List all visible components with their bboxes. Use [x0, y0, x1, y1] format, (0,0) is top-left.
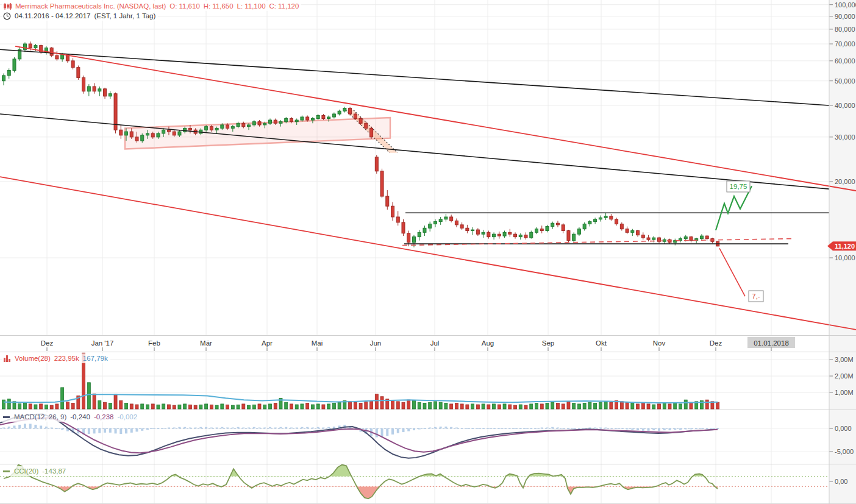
charting-app: { "header": { "instrument": "Merrimack P… [0, 0, 856, 504]
low-label: L: [237, 2, 243, 10]
svg-text:Okt: Okt [596, 339, 607, 347]
open-label: O: [169, 2, 177, 10]
date-range: 04.11.2016 - 04.12.2017 [15, 12, 90, 20]
svg-text:Apr: Apr [262, 339, 273, 347]
macd-indicator-name: MACD(12, 26, 9) [14, 413, 66, 421]
clock-icon [3, 12, 11, 20]
cci-value: -143,87 [42, 467, 66, 475]
candlestick-chart-icon [3, 2, 12, 10]
svg-text:Mär: Mär [200, 339, 212, 347]
svg-text:2,00M: 2,00M [835, 372, 854, 380]
svg-text:Dez: Dez [41, 339, 54, 347]
svg-text:90,000: 90,000 [835, 13, 855, 20]
high-value: 11,650 [212, 2, 233, 10]
low-value: 11,100 [244, 2, 265, 10]
volume-indicator-name: Volume(28) [15, 354, 51, 363]
volume-current-value: 223,95k [54, 354, 79, 363]
macd-hist-value: -0,002 [118, 413, 138, 421]
instrument-title: Merrimack Pharmaceuticals Inc. (NASDAQ, … [15, 2, 166, 10]
svg-text:Jul: Jul [430, 339, 440, 347]
svg-text:40,000: 40,000 [835, 102, 855, 109]
svg-text:0,00: 0,00 [835, 478, 847, 485]
svg-text:Nov: Nov [653, 339, 666, 347]
svg-text:Dez: Dez [710, 339, 722, 347]
svg-text:80,000: 80,000 [835, 26, 855, 33]
cci-line-icon [3, 469, 10, 474]
cci-indicator-legend[interactable]: CCI(20) -143,87 [2, 466, 68, 476]
svg-text:10,000: 10,000 [835, 254, 855, 261]
svg-text:-5,000: -5,000 [835, 448, 854, 455]
svg-text:60,000: 60,000 [835, 57, 855, 65]
open-value: 11,610 [179, 2, 199, 10]
high-label: H: [204, 2, 211, 10]
svg-text:50,000: 50,000 [835, 77, 855, 85]
svg-text:Mai: Mai [312, 339, 323, 347]
macd-signal-value: -0,238 [94, 413, 114, 421]
volume-ma-value: 167,79k [83, 354, 108, 363]
svg-text:11,120: 11,120 [835, 243, 855, 250]
volume-bars-icon [3, 355, 11, 362]
svg-text:Jun: Jun [370, 339, 382, 347]
macd-indicator-legend[interactable]: MACD(12, 26, 9) -0,240 -0,238 -0,002 [2, 412, 140, 422]
svg-text:3,00M: 3,00M [835, 356, 854, 363]
svg-text:Feb: Feb [148, 339, 160, 347]
downside-price-label: 7,- [752, 293, 760, 300]
price-chart-canvas[interactable]: 100,00090,00080,00070,00060,00050,00040,… [0, 0, 856, 504]
instrument-legend[interactable]: Merrimack Pharmaceuticals Inc. (NASDAQ, … [2, 1, 301, 11]
macd-line-icon [3, 414, 10, 419]
svg-text:01.01.2018: 01.01.2018 [754, 339, 789, 347]
last-price-tag: 11,120 [827, 241, 856, 250]
volume-indicator-legend[interactable]: Volume(28) 223,95k 167,79k [2, 353, 110, 363]
svg-text:1,00M: 1,00M [835, 389, 854, 396]
timeframe: (EST, 1 Jahr, 1 Tag) [94, 12, 155, 20]
svg-text:0,000: 0,000 [835, 425, 852, 432]
svg-text:30,000: 30,000 [835, 133, 855, 141]
macd-value: -0,240 [70, 413, 90, 421]
svg-text:Aug: Aug [482, 339, 494, 347]
cci-indicator-name: CCI(20) [14, 467, 38, 475]
svg-text:100,000: 100,000 [835, 1, 856, 9]
target-price-label: 19,75 [730, 183, 747, 190]
close-label: C: [269, 2, 277, 10]
close-value: 11,120 [278, 2, 299, 10]
daterange-legend[interactable]: 04.11.2016 - 04.12.2017 (EST, 1 Jahr, 1 … [2, 11, 158, 21]
svg-text:Jan '17: Jan '17 [91, 339, 114, 347]
svg-text:Sep: Sep [542, 339, 554, 347]
svg-text:70,000: 70,000 [835, 40, 855, 48]
svg-text:20,000: 20,000 [835, 178, 855, 185]
